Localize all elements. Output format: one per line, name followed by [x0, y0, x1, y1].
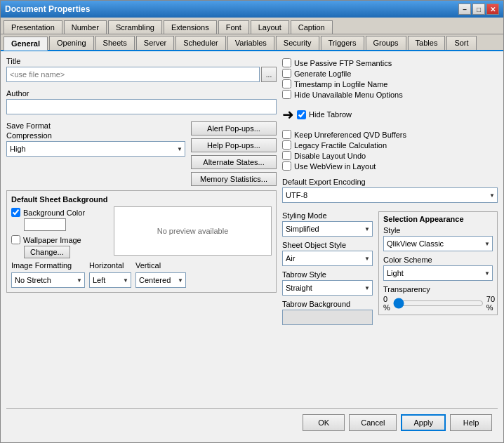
compression-label: Compression	[6, 131, 185, 140]
tab-presentation[interactable]: Presentation	[4, 20, 62, 34]
tab-opening[interactable]: Opening	[49, 36, 94, 50]
chk-legacy-fractile-input[interactable]	[282, 140, 291, 150]
tab-font[interactable]: Font	[218, 20, 249, 34]
selection-appearance-box: Selection Appearance Style QlikView Clas…	[378, 211, 498, 315]
tab-variables[interactable]: Variables	[227, 36, 274, 50]
chk-hide-menu-label: Hide Unavailable Menu Options	[294, 91, 403, 99]
tab-server[interactable]: Server	[136, 36, 174, 50]
horizontal-select[interactable]: Left Center Right	[89, 272, 131, 288]
left-panel: Title ... Author Save Format Compression	[6, 57, 277, 408]
tab-layout[interactable]: Layout	[251, 20, 289, 34]
chk-generate-logfile-input[interactable]	[282, 69, 291, 78]
titlebar-controls: – □ ✕	[458, 4, 499, 15]
encoding-label: Default Export Encoding	[282, 178, 498, 186]
chk-webview-input[interactable]	[282, 161, 291, 171]
horizontal-select-wrapper: Left Center Right	[89, 272, 131, 288]
tab-triggers[interactable]: Triggers	[321, 36, 364, 50]
chk-timestamp-input[interactable]	[282, 79, 291, 88]
tab-caption[interactable]: Caption	[291, 20, 333, 34]
minimize-button[interactable]: –	[458, 4, 471, 15]
tab-number[interactable]: Number	[64, 20, 107, 34]
chk-unreferenced-qvd-input[interactable]	[282, 130, 291, 139]
style-select[interactable]: QlikView Classic Checkbox LED Checkbox C…	[383, 236, 493, 251]
sheet-background-section: Default Sheet Background Background Colo…	[6, 190, 277, 293]
title-input[interactable]	[6, 67, 260, 82]
author-group: Author	[6, 89, 277, 114]
wallpaper-image-label: Wallpaper Image	[23, 236, 81, 244]
styling-mode-select[interactable]: Simplified Custom	[282, 221, 373, 237]
chk-generate-logfile: Generate Logfile	[282, 69, 498, 78]
image-formatting-select[interactable]: No Stretch Stretch Maintain Aspect Tile	[11, 272, 85, 288]
change-button[interactable]: Change...	[24, 246, 70, 258]
bg-left: Background Color Wallpaper Image Change.…	[11, 206, 110, 258]
titlebar: Document Properties – □ ✕	[1, 1, 503, 18]
help-popups-button[interactable]: Help Pop-ups...	[191, 138, 277, 152]
help-button[interactable]: Help	[450, 414, 492, 431]
tabrow-style-label: Tabrow Style	[282, 270, 373, 279]
chk-hide-menu-input[interactable]	[282, 90, 291, 99]
tab-general[interactable]: General	[4, 37, 48, 51]
chk-disable-layout-label: Disable Layout Undo	[294, 152, 366, 160]
main-area: Title ... Author Save Format Compression	[6, 57, 498, 408]
tab-sort[interactable]: Sort	[446, 36, 476, 50]
title-group: Title ...	[6, 57, 277, 82]
vertical-select[interactable]: Top Centered Bottom	[135, 272, 186, 288]
sheet-object-style-label: Sheet Object Style	[282, 241, 373, 249]
close-button[interactable]: ✕	[486, 4, 499, 15]
bg-right: No preview available	[114, 206, 272, 258]
color-scheme-select[interactable]: Light Dark Custom	[383, 265, 493, 281]
chk-unreferenced-qvd-label: Keep Unreferenced QVD Buffers	[294, 131, 406, 139]
tab-tables[interactable]: Tables	[408, 36, 446, 50]
ok-button[interactable]: OK	[303, 414, 345, 431]
tab-sheets[interactable]: Sheets	[95, 36, 135, 50]
chk-passive-ftp-input[interactable]	[282, 58, 291, 67]
wallpaper-image-checkbox[interactable]	[11, 235, 20, 244]
author-label: Author	[6, 89, 277, 98]
alternate-states-button[interactable]: Alternate States...	[191, 155, 277, 169]
tabrow-style-select[interactable]: Straight Rounded Classic	[282, 280, 373, 296]
cancel-button[interactable]: Cancel	[349, 414, 397, 431]
memory-statistics-button[interactable]: Memory Statistics...	[191, 172, 277, 186]
tab-scheduler[interactable]: Scheduler	[175, 36, 226, 50]
tab-scrambling[interactable]: Scrambling	[108, 20, 162, 34]
chk-webview-label: Use WebView in Layout	[294, 162, 376, 171]
content-area: Title ... Author Save Format Compression	[1, 51, 503, 442]
title-browse-button[interactable]: ...	[261, 67, 277, 82]
maximize-button[interactable]: □	[472, 4, 485, 15]
tab-security[interactable]: Security	[276, 36, 319, 50]
alert-popups-button[interactable]: Alert Pop-ups...	[191, 121, 277, 135]
chk-generate-logfile-label: Generate Logfile	[294, 70, 351, 78]
tab-extensions[interactable]: Extensions	[164, 20, 217, 34]
title-label: Title	[6, 57, 277, 65]
background-color-checkbox[interactable]	[11, 208, 20, 217]
vertical-label: Vertical	[135, 261, 186, 270]
chk-hide-tabrow-input[interactable]	[297, 110, 306, 119]
apply-button[interactable]: Apply	[401, 414, 446, 431]
chk-timestamp: Timestamp in Logfile Name	[282, 79, 498, 88]
compression-select-wrapper: High Medium Low None	[6, 141, 185, 157]
chk-timestamp-label: Timestamp in Logfile Name	[294, 80, 387, 88]
color-scheme-group: Color Scheme Light Dark Custom	[383, 256, 493, 281]
transparency-label: Transparency	[383, 285, 493, 293]
author-input[interactable]	[6, 99, 277, 114]
chk-disable-layout: Disable Layout Undo	[282, 151, 498, 160]
image-formatting-row: Image Formatting No Stretch Stretch Main…	[11, 261, 272, 288]
tabrow-style-group: Tabrow Style Straight Rounded Classic	[282, 270, 373, 296]
chk-unreferenced-qvd: Keep Unreferenced QVD Buffers	[282, 130, 498, 139]
sheet-object-style-select[interactable]: Air Classic Office	[282, 251, 373, 266]
compression-select[interactable]: High Medium Low None	[6, 141, 185, 157]
tabs-row2: General Opening Sheets Server Scheduler …	[1, 34, 503, 51]
tab-groups[interactable]: Groups	[366, 36, 406, 50]
tabrow-style-select-wrapper: Straight Rounded Classic	[282, 280, 373, 296]
sheet-object-style-select-wrapper: Air Classic Office	[282, 251, 373, 266]
transparency-slider[interactable]	[393, 297, 484, 310]
save-format-row: Save Format Compression High Medium Low …	[6, 121, 277, 186]
chk-legacy-fractile: Legacy Fractile Calculation	[282, 140, 498, 150]
horizontal-label: Horizontal	[89, 261, 131, 270]
encoding-select[interactable]: UTF-8 UTF-16 ISO-8859-1	[282, 187, 498, 203]
encoding-select-wrapper: UTF-8 UTF-16 ISO-8859-1	[282, 187, 498, 203]
chk-disable-layout-input[interactable]	[282, 151, 291, 160]
chk-passive-ftp: Use Passive FTP Semantics	[282, 58, 498, 67]
sheet-background-title: Default Sheet Background	[11, 195, 272, 204]
chk-passive-ftp-label: Use Passive FTP Semantics	[294, 59, 392, 67]
